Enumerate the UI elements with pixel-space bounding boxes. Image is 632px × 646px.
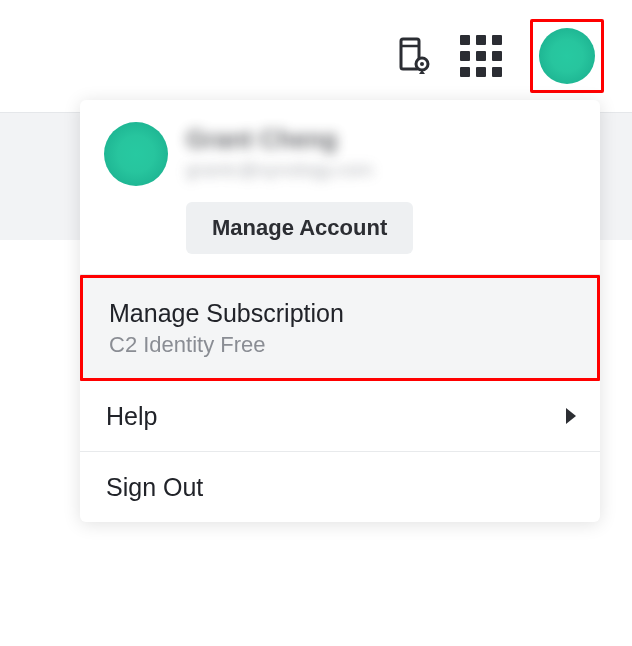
menu-avatar-icon	[104, 122, 168, 186]
manage-account-button[interactable]: Manage Account	[186, 202, 413, 254]
menu-user-meta: Grant Cheng grantc@synology.com	[186, 122, 373, 183]
menu-item-label: Help	[106, 401, 157, 431]
apps-grid-icon[interactable]	[460, 33, 502, 79]
menu-header: Grant Cheng grantc@synology.com Manage A…	[80, 100, 600, 275]
menu-item-label: Sign Out	[106, 472, 203, 502]
menu-item-subtext: C2 Identity Free	[109, 332, 344, 358]
device-location-svg	[397, 37, 431, 75]
user-menu-dropdown: Grant Cheng grantc@synology.com Manage A…	[80, 100, 600, 522]
top-toolbar	[0, 0, 632, 113]
menu-item-text: Manage Subscription C2 Identity Free	[109, 298, 344, 358]
grid-icon-shape	[460, 35, 502, 77]
menu-item-manage-subscription[interactable]: Manage Subscription C2 Identity Free	[80, 275, 600, 381]
user-name: Grant Cheng	[186, 124, 373, 154]
menu-item-label: Manage Subscription	[109, 298, 344, 328]
device-location-icon[interactable]	[396, 36, 432, 76]
svg-point-3	[420, 62, 424, 66]
user-avatar-icon	[539, 28, 595, 84]
menu-item-sign-out[interactable]: Sign Out	[80, 452, 600, 522]
user-avatar-button[interactable]	[530, 19, 604, 93]
menu-item-help[interactable]: Help	[80, 381, 600, 452]
user-email: grantc@synology.com	[186, 158, 373, 183]
menu-header-row: Grant Cheng grantc@synology.com	[104, 122, 576, 186]
chevron-right-icon	[566, 408, 576, 424]
manage-account-wrap: Manage Account	[186, 202, 576, 254]
